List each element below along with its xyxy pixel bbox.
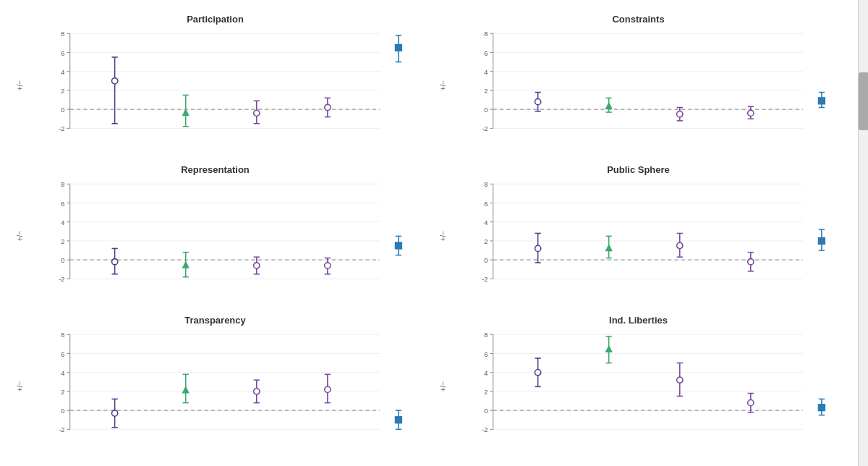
svg-text:-2: -2 — [59, 125, 64, 132]
svg-text:8: 8 — [484, 30, 488, 38]
svg-text:0: 0 — [484, 106, 488, 114]
svg-point-195 — [324, 386, 330, 392]
svg-marker-187 — [182, 386, 189, 393]
svg-rect-199 — [394, 416, 401, 423]
chart-svg-participation: -202468 — [27, 27, 404, 143]
svg-text:4: 4 — [61, 219, 64, 226]
svg-text:0: 0 — [484, 407, 488, 415]
svg-text:6: 6 — [484, 200, 488, 208]
svg-point-103 — [111, 259, 117, 265]
svg-point-151 — [676, 242, 682, 248]
svg-rect-159 — [817, 237, 825, 245]
chart-area-representation: +/−-202468 — [27, 178, 404, 294]
y-axis-label-transparency: +/− — [15, 381, 23, 391]
svg-marker-227 — [605, 345, 612, 352]
chart-area-ind-liberties: +/−-202468 — [451, 329, 827, 444]
chart-area-constraints: +/−-202468 — [451, 27, 827, 143]
chart-wrapper-transparency: Transparency+/−-202468 — [27, 315, 404, 452]
scrollbar[interactable] — [858, 0, 868, 466]
chart-title-transparency: Transparency — [27, 315, 404, 326]
svg-text:8: 8 — [484, 181, 488, 188]
svg-marker-147 — [605, 244, 612, 251]
svg-text:4: 4 — [61, 370, 64, 377]
chart-cell-participation: Participation+/−-202468 — [4, 7, 427, 158]
svg-rect-79 — [817, 97, 825, 104]
svg-text:6: 6 — [61, 351, 64, 358]
chart-area-public-sphere: +/−-202468 — [451, 178, 827, 294]
y-axis-label-representation: +/− — [15, 231, 23, 241]
svg-text:2: 2 — [61, 389, 64, 396]
svg-marker-67 — [605, 102, 612, 109]
svg-text:0: 0 — [61, 106, 64, 114]
svg-text:8: 8 — [61, 30, 64, 38]
svg-text:6: 6 — [61, 50, 64, 57]
chart-area-transparency: +/−-202468 — [27, 329, 404, 444]
y-axis-label-public-sphere: +/− — [438, 231, 446, 241]
y-axis-label-ind-liberties: +/− — [438, 381, 446, 391]
svg-text:2: 2 — [484, 389, 488, 396]
svg-marker-107 — [182, 261, 189, 268]
svg-point-71 — [676, 111, 682, 117]
svg-point-155 — [747, 259, 753, 265]
chart-title-representation: Representation — [27, 164, 404, 175]
svg-point-63 — [535, 99, 540, 105]
svg-point-143 — [535, 245, 540, 251]
svg-marker-27 — [182, 109, 189, 116]
svg-point-23 — [111, 78, 117, 84]
svg-text:8: 8 — [484, 331, 488, 339]
chart-cell-ind-liberties: Ind. Liberties+/−-202468 — [427, 308, 850, 459]
svg-point-191 — [253, 389, 259, 394]
chart-svg-public-sphere: -202468 — [451, 178, 827, 294]
svg-text:-2: -2 — [482, 276, 488, 283]
svg-text:4: 4 — [61, 69, 64, 76]
svg-text:6: 6 — [484, 351, 488, 358]
chart-svg-transparency: -202468 — [27, 329, 404, 444]
scrollbar-thumb[interactable] — [859, 72, 868, 130]
svg-text:4: 4 — [484, 219, 488, 226]
chart-area-participation: +/−-202468 — [27, 27, 404, 143]
chart-wrapper-constraints: Constraints+/−-202468 — [451, 14, 827, 151]
svg-point-231 — [676, 377, 682, 383]
chart-wrapper-representation: Representation+/−-202468 — [27, 164, 404, 302]
svg-text:6: 6 — [61, 200, 64, 208]
svg-rect-239 — [817, 404, 825, 411]
chart-cell-public-sphere: Public Sphere+/−-202468 — [427, 158, 850, 308]
svg-text:0: 0 — [484, 257, 488, 264]
svg-text:8: 8 — [61, 181, 64, 188]
svg-text:8: 8 — [61, 331, 64, 339]
svg-point-75 — [747, 110, 753, 116]
svg-text:6: 6 — [484, 50, 488, 57]
chart-title-participation: Participation — [27, 14, 404, 25]
svg-text:0: 0 — [61, 407, 64, 415]
chart-title-ind-liberties: Ind. Liberties — [451, 315, 827, 326]
svg-text:4: 4 — [484, 370, 488, 377]
chart-wrapper-participation: Participation+/−-202468 — [27, 14, 404, 151]
svg-text:-2: -2 — [59, 276, 64, 283]
svg-text:-2: -2 — [59, 426, 64, 433]
chart-cell-representation: Representation+/−-202468 — [4, 158, 427, 308]
y-axis-label-constraints: +/− — [438, 80, 446, 90]
svg-text:4: 4 — [484, 69, 488, 76]
chart-svg-ind-liberties: -202468 — [451, 329, 827, 444]
y-axis-label-participation: +/− — [15, 80, 23, 90]
svg-point-223 — [535, 370, 540, 376]
svg-point-31 — [253, 110, 259, 116]
chart-wrapper-ind-liberties: Ind. Liberties+/−-202468 — [451, 315, 827, 452]
svg-rect-39 — [394, 44, 401, 51]
chart-svg-representation: -202468 — [27, 178, 404, 294]
svg-text:0: 0 — [61, 257, 64, 264]
chart-cell-transparency: Transparency+/−-202468 — [4, 308, 427, 459]
svg-point-183 — [111, 410, 117, 416]
svg-text:-2: -2 — [482, 426, 488, 433]
svg-rect-119 — [394, 242, 401, 249]
svg-point-235 — [747, 400, 753, 406]
chart-wrapper-public-sphere: Public Sphere+/−-202468 — [451, 164, 827, 302]
chart-svg-constraints: -202468 — [451, 27, 827, 143]
charts-grid: Participation+/−-202468Constraints+/−-20… — [0, 0, 854, 466]
svg-text:2: 2 — [484, 238, 488, 245]
svg-text:2: 2 — [61, 88, 64, 95]
chart-cell-constraints: Constraints+/−-202468 — [427, 7, 850, 158]
chart-title-constraints: Constraints — [451, 14, 827, 25]
svg-point-35 — [324, 104, 330, 110]
svg-text:-2: -2 — [482, 125, 488, 132]
